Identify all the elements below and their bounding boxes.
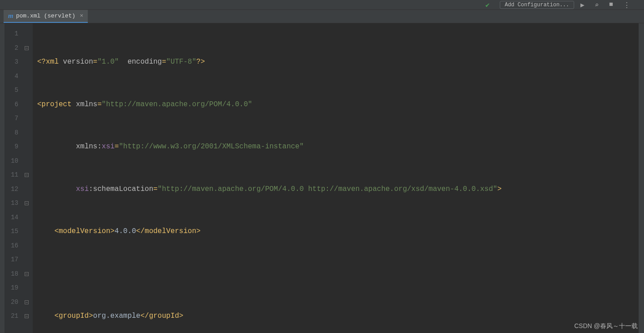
more-icon[interactable]: ⋮ [623,1,631,9]
code-line: <groupId>org.example</groupId> [37,309,644,324]
line-gutter: 123 456 789 101112 131415 161718 192021 [4,23,22,333]
maven-icon: m [8,12,13,20]
stop-icon[interactable]: ■ [609,1,617,9]
editor-tab-bar: m pom.xml (servlet) × [0,10,644,23]
debug-icon[interactable]: ⌕ [595,1,603,9]
editor-area[interactable]: 123 456 789 101112 131415 161718 192021 [0,23,644,333]
fold-toggle-icon[interactable] [25,201,29,205]
watermark: CSDN @春风～十一载 [574,322,638,330]
fold-gutter [22,23,30,333]
fold-toggle-icon[interactable] [25,272,29,276]
run-icon[interactable]: ▶ [580,1,588,9]
vertical-scrollbar[interactable] [639,23,644,333]
fold-toggle-icon[interactable] [25,300,29,304]
code-line: xmlns:xsi="http://www.w3.org/2001/XMLSch… [37,140,644,154]
editor-tab[interactable]: m pom.xml (servlet) × [4,10,88,23]
left-stripe [0,23,4,333]
code-line [37,267,644,281]
fold-toggle-icon[interactable] [25,173,29,177]
code-area[interactable]: <?xml version="1.0" encoding="UTF-8"?> <… [33,23,644,333]
code-line: <?xml version="1.0" encoding="UTF-8"?> [37,55,644,69]
code-line: <modelVersion>4.0.0</modelVersion> [37,225,644,239]
status-ok-icon: ✔ [485,1,494,9]
main-toolbar: ✔ Add Configuration... ▶ ⌕ ■ ⋮ [0,0,644,10]
code-line: xsi:schemaLocation="http://maven.apache.… [37,182,644,197]
run-config-selector[interactable]: Add Configuration... [500,1,574,9]
code-line: <project xmlns="http://maven.apache.org/… [37,98,644,112]
fold-toggle-icon[interactable] [25,314,29,318]
close-icon[interactable]: × [80,13,83,19]
tab-title: pom.xml (servlet) [16,13,76,19]
fold-toggle-icon[interactable] [25,46,29,50]
